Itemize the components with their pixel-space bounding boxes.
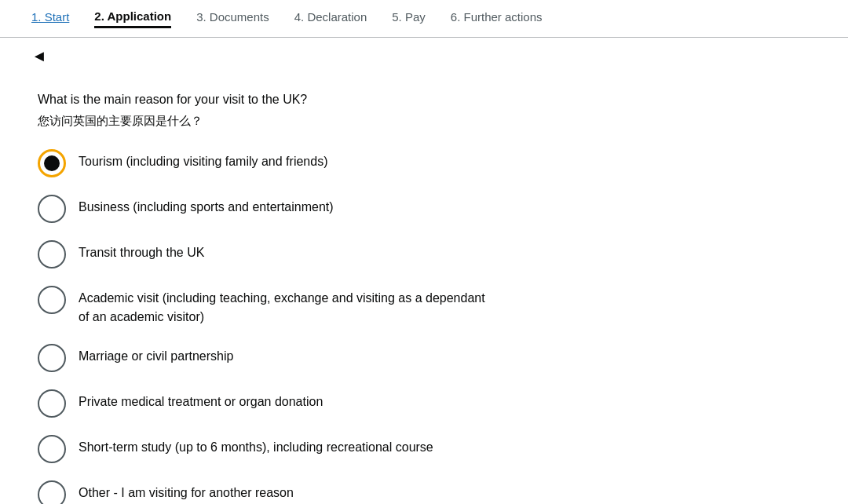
main-content: What is the main reason for your visit t…: [0, 71, 848, 504]
radio-option-other[interactable]: Other - I am visiting for another reason: [38, 479, 810, 504]
radio-label-medical: Private medical treatment or organ donat…: [79, 388, 323, 411]
radio-circle-transit[interactable]: [38, 240, 66, 268]
radio-label-tourism: Tourism (including visiting family and f…: [79, 148, 327, 171]
radio-label-transit: Transit through the UK: [79, 239, 204, 262]
radio-label-study: Short-term study (up to 6 months), inclu…: [79, 433, 433, 457]
nav-item-documents[interactable]: 3. Documents: [196, 10, 269, 27]
top-navigation: 1. Start 2. Application 3. Documents 4. …: [0, 0, 848, 38]
radio-circle-tourism[interactable]: [38, 149, 66, 177]
radio-circle-academic[interactable]: [38, 286, 66, 314]
question-text-en: What is the main reason for your visit t…: [38, 90, 810, 109]
radio-circle-medical[interactable]: [38, 389, 66, 418]
radio-label-business: Business (including sports and entertain…: [79, 193, 334, 217]
question-text-cn: 您访问英国的主要原因是什么？: [38, 114, 810, 129]
radio-option-marriage[interactable]: Marriage or civil partnership: [38, 342, 810, 372]
radio-circle-marriage[interactable]: [38, 344, 66, 372]
radio-label-other: Other - I am visiting for another reason: [79, 479, 294, 502]
radio-circle-business[interactable]: [38, 195, 66, 223]
radio-option-tourism[interactable]: Tourism (including visiting family and f…: [38, 148, 810, 177]
nav-item-declaration[interactable]: 4. Declaration: [294, 10, 367, 27]
radio-label-marriage: Marriage or civil partnership: [79, 342, 233, 366]
radio-circle-study[interactable]: [38, 435, 66, 463]
nav-item-start[interactable]: 1. Start: [31, 10, 69, 27]
radio-option-business[interactable]: Business (including sports and entertain…: [38, 193, 810, 223]
back-arrow[interactable]: ◄: [0, 41, 79, 71]
radio-label-academic: Academic visit (including teaching, exch…: [79, 284, 485, 327]
radio-circle-other[interactable]: [38, 480, 66, 504]
nav-item-pay[interactable]: 5. Pay: [392, 10, 426, 27]
nav-item-application[interactable]: 2. Application: [94, 9, 171, 28]
radio-option-academic[interactable]: Academic visit (including teaching, exch…: [38, 284, 810, 327]
radio-option-study[interactable]: Short-term study (up to 6 months), inclu…: [38, 433, 810, 463]
nav-item-further[interactable]: 6. Further actions: [451, 10, 543, 27]
radio-option-transit[interactable]: Transit through the UK: [38, 239, 810, 268]
visit-reason-radio-group: Tourism (including visiting family and f…: [38, 148, 810, 504]
radio-option-medical[interactable]: Private medical treatment or organ donat…: [38, 388, 810, 418]
